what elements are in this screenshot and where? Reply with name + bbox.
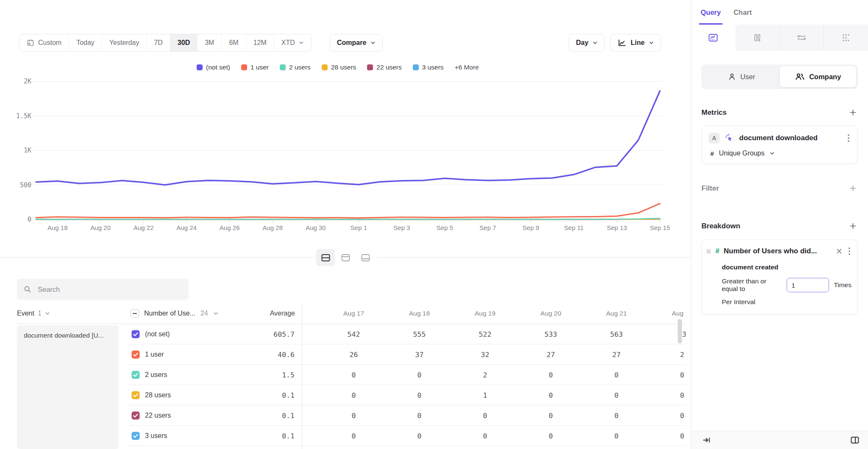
value-cell: 0 bbox=[321, 365, 387, 385]
svg-text:Sep 5: Sep 5 bbox=[437, 224, 453, 231]
select-all-checkbox[interactable] bbox=[131, 309, 139, 318]
add-filter-button[interactable] bbox=[848, 183, 858, 193]
value-cell: 533 bbox=[518, 324, 584, 344]
value-cell: 522 bbox=[452, 324, 518, 344]
date-column-header: Aug 21 bbox=[584, 303, 649, 324]
chart-type-stream-chart-button[interactable] bbox=[779, 25, 824, 51]
range-12m[interactable]: 12M bbox=[246, 34, 274, 51]
value-cell: 0 bbox=[518, 385, 584, 405]
row-checkbox[interactable] bbox=[131, 391, 140, 399]
line-chart: 05001K1.5K2KAug 18Aug 20Aug 22Aug 24Aug … bbox=[0, 59, 691, 237]
range-xtd[interactable]: XTD bbox=[274, 34, 311, 51]
value-cell: 0 bbox=[649, 385, 686, 405]
chevron-down-icon bbox=[45, 311, 50, 316]
value-cell: 0 bbox=[321, 385, 387, 405]
value-cell: 0 bbox=[584, 385, 649, 405]
svg-text:Aug 24: Aug 24 bbox=[177, 224, 197, 231]
svg-text:Sep 13: Sep 13 bbox=[607, 224, 627, 231]
value-cell: 0 bbox=[518, 405, 584, 426]
collapse-panel-button[interactable] bbox=[701, 435, 712, 445]
svg-text:Sep 15: Sep 15 bbox=[650, 224, 670, 231]
tab-chart[interactable]: Chart bbox=[734, 0, 752, 25]
row-checkbox[interactable] bbox=[131, 350, 140, 359]
layout-toggle-split-view[interactable] bbox=[316, 249, 335, 266]
date-column-header: Aug 18 bbox=[387, 303, 452, 324]
range-6m[interactable]: 6M bbox=[221, 34, 245, 51]
svg-text:2K: 2K bbox=[24, 78, 31, 85]
chevron-down-icon bbox=[649, 40, 654, 45]
row-average: 0.1 bbox=[195, 405, 295, 426]
range-custom[interactable]: Custom bbox=[19, 34, 69, 51]
search-input[interactable] bbox=[37, 285, 182, 294]
value-cell: 0 bbox=[584, 426, 649, 446]
table-scrollbar[interactable] bbox=[678, 319, 682, 344]
row-checkbox[interactable] bbox=[131, 432, 140, 440]
chevron-down-icon bbox=[370, 40, 376, 45]
breakdown-event-name[interactable]: document created bbox=[722, 263, 851, 271]
metric-kebab-menu[interactable] bbox=[846, 133, 851, 143]
date-column-header: Aug 17 bbox=[321, 303, 387, 324]
svg-text:Sep 9: Sep 9 bbox=[523, 224, 539, 231]
svg-text:Aug 28: Aug 28 bbox=[263, 224, 283, 231]
metric-card: A document downloaded # Unique Groups bbox=[701, 126, 858, 164]
search-icon bbox=[24, 285, 31, 293]
breakdown-kebab-menu[interactable] bbox=[847, 246, 851, 256]
row-checkbox[interactable] bbox=[131, 411, 140, 420]
aggregation-symbol: # bbox=[710, 150, 714, 157]
range-today[interactable]: Today bbox=[69, 34, 102, 51]
value-cell: 0 bbox=[387, 405, 452, 426]
value-cell: 0 bbox=[452, 405, 518, 426]
metric-event-name[interactable]: document downloaded bbox=[739, 134, 841, 142]
chart-type-dot-grid-button[interactable] bbox=[823, 25, 868, 51]
value-cell: 2 bbox=[649, 344, 686, 365]
kebab-icon bbox=[847, 134, 850, 142]
aggregation-label: Unique Groups bbox=[719, 150, 765, 157]
value-cell: 26 bbox=[321, 344, 387, 365]
layout-toggle-group bbox=[315, 248, 376, 267]
remove-breakdown-button[interactable] bbox=[835, 247, 843, 255]
layout-toggle-bottom-panel[interactable] bbox=[356, 249, 375, 266]
row-label: (not set) bbox=[145, 324, 170, 344]
tab-query[interactable]: Query bbox=[701, 0, 721, 25]
layout-toggle-top-panel[interactable] bbox=[336, 249, 355, 266]
value-cell: 0 bbox=[387, 426, 452, 446]
value-cell: 0 bbox=[321, 426, 387, 446]
scope-user[interactable]: User bbox=[703, 66, 780, 87]
range-3m[interactable]: 3M bbox=[197, 34, 221, 51]
table-row: 28 users0.1001000 bbox=[0, 385, 691, 405]
svg-text:Sep 3: Sep 3 bbox=[393, 224, 410, 231]
split-view-icon bbox=[321, 254, 330, 262]
value-cell: 0 bbox=[321, 405, 387, 426]
plus-icon bbox=[850, 223, 856, 229]
row-checkbox[interactable] bbox=[131, 371, 140, 379]
chart-style-button[interactable]: Line bbox=[610, 34, 661, 52]
scope-company[interactable]: Company bbox=[780, 66, 857, 87]
range-yesterday[interactable]: Yesterday bbox=[102, 34, 147, 51]
svg-text:Sep 1: Sep 1 bbox=[351, 224, 367, 231]
interval-button[interactable]: Day bbox=[569, 34, 605, 52]
metric-aggregation[interactable]: # Unique Groups bbox=[709, 150, 851, 157]
breakdown-threshold-input[interactable] bbox=[787, 278, 829, 292]
add-breakdown-button[interactable] bbox=[848, 221, 858, 231]
row-checkbox[interactable] bbox=[131, 330, 140, 338]
breakdown-title[interactable]: Number of Users who did... bbox=[723, 247, 831, 255]
event-column-header[interactable]: Event 1 bbox=[17, 303, 50, 324]
row-average: 0.1 bbox=[195, 426, 295, 446]
add-metric-button[interactable] bbox=[848, 108, 858, 117]
company-icon bbox=[795, 72, 805, 81]
chart-type-line-chart-button[interactable] bbox=[691, 25, 735, 51]
toggle-sidebar-button[interactable] bbox=[849, 435, 860, 445]
breakdown-card: # Number of Users who did... document cr… bbox=[701, 239, 858, 315]
row-average: 605.7 bbox=[195, 324, 295, 344]
chart-type-bar-chart-button[interactable] bbox=[735, 25, 779, 51]
drag-handle-icon[interactable] bbox=[706, 249, 711, 254]
value-cell: 563 bbox=[584, 324, 649, 344]
row-label: 1 user bbox=[145, 344, 164, 365]
range-30d[interactable]: 30D bbox=[170, 34, 197, 51]
compare-button[interactable]: Compare bbox=[330, 34, 383, 52]
range-7d[interactable]: 7D bbox=[146, 34, 170, 51]
event-header-label: Event bbox=[17, 310, 34, 317]
value-cell: 0 bbox=[387, 385, 452, 405]
query-panel: QueryChart UserCompany Metrics A documen… bbox=[691, 0, 868, 449]
row-average: 0.1 bbox=[195, 385, 295, 405]
